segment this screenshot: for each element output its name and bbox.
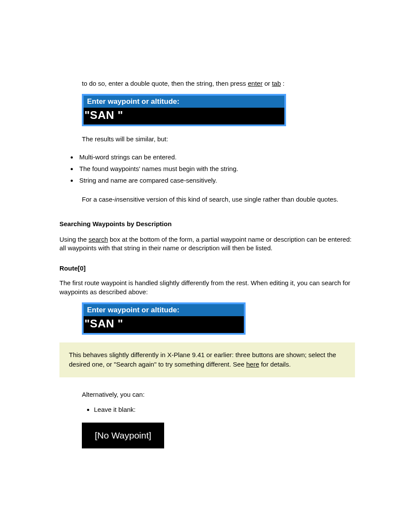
enter-key-link[interactable]: enter	[248, 80, 262, 87]
intro-text-2: or	[265, 80, 272, 87]
note-part1: This behaves slightly differently in X-P…	[69, 351, 336, 368]
note-box: This behaves slightly differently in X-P…	[59, 342, 355, 377]
page: to do so, enter a double quote, then the…	[0, 0, 411, 532]
para3-part1: Using the	[59, 236, 89, 243]
case-insensitive-paragraph: For a case-insensitive version of this k…	[82, 195, 355, 204]
route-0-heading: Route[0]	[59, 264, 355, 272]
results-intro: The results will be similar, but:	[82, 135, 355, 143]
searching-by-description-heading: Searching Waypoints by Description	[59, 220, 355, 227]
list-item: String and name are compared case-sensit…	[78, 177, 355, 184]
waypoint-entry-title: Enter waypoint or altitude:	[84, 96, 284, 108]
list-item: Leave it blank:	[94, 406, 355, 413]
waypoint-entry-box-1: Enter waypoint or altitude: "SAN "	[82, 94, 286, 126]
alternatively-intro: Alternatively, you can:	[82, 390, 355, 399]
intro-text-3: :	[283, 80, 284, 87]
alternatives-bullet-list: Leave it blank:	[94, 406, 355, 413]
search-description-paragraph: Using the search box at the bottom of th…	[59, 235, 355, 253]
no-waypoint-display: [No Waypoint]	[82, 423, 164, 448]
waypoint-entry-title: Enter waypoint or altitude:	[84, 304, 244, 316]
list-item: The found waypoints' names must begin wi…	[78, 165, 355, 172]
waypoint-entry-value[interactable]: "SAN "	[84, 108, 284, 124]
para2-emph: in	[115, 196, 120, 203]
note-part2: for details.	[261, 361, 291, 368]
list-item: Multi-word strings can be entered.	[78, 153, 355, 161]
waypoint-entry-value[interactable]: "SAN "	[84, 316, 244, 333]
para2-part1: For a case-	[82, 196, 115, 203]
note-here-link[interactable]: here	[246, 361, 259, 368]
intro-line: to do so, enter a double quote, then the…	[82, 79, 355, 88]
search-link[interactable]: search	[89, 236, 108, 243]
intro-text-1: to do so, enter a double quote, then the…	[82, 80, 248, 87]
para2-part2: sensitive version of this kind of search…	[120, 196, 339, 203]
tab-key-link[interactable]: tab	[272, 80, 281, 87]
results-bullet-list: Multi-word strings can be entered. The f…	[78, 153, 355, 184]
waypoint-entry-box-2: Enter waypoint or altitude: "SAN "	[82, 302, 246, 335]
route0-paragraph: The first route waypoint is handled slig…	[59, 279, 355, 296]
